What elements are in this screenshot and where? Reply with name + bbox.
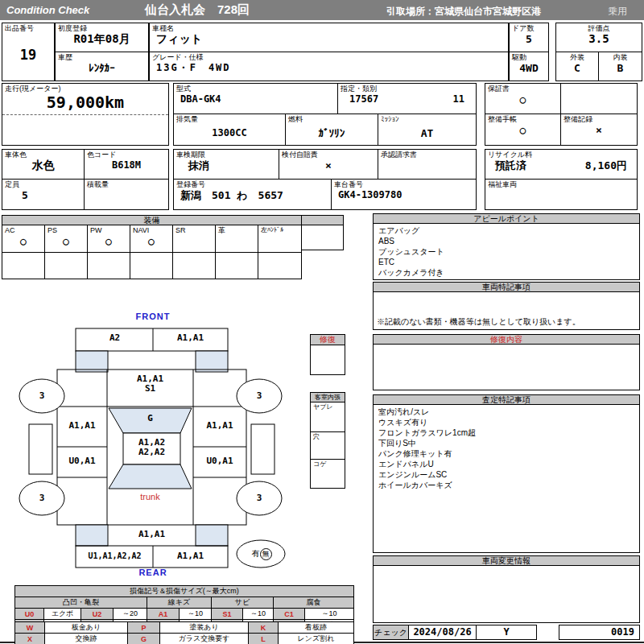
equipment-cell-lhd: 左ﾊﾝﾄﾞﾙ xyxy=(258,225,302,253)
exterior-grade-box: 外装 C xyxy=(555,52,599,81)
mark-roof-line2: A2,A2 xyxy=(123,447,180,457)
model-name-box: 車種名 フィット xyxy=(149,23,509,52)
legend-desc: エクボ xyxy=(44,609,81,620)
doors-value: 5 xyxy=(510,33,548,45)
body-color-value: 水色 xyxy=(2,159,84,171)
mark-front-bumper-right: A1,A1 xyxy=(153,332,228,343)
change-info-body xyxy=(373,565,640,623)
assessment-item: ウスキズ有り xyxy=(378,417,634,427)
mark-front-bumper-left: A2 xyxy=(76,332,153,343)
insurance-label: 検付自賠責 xyxy=(279,150,378,159)
brand-logo: Condition Check xyxy=(6,4,89,16)
diagram-rear-label: REAR xyxy=(105,568,201,578)
vehicle-notes-body: ※記載のない書類・機器等は無しとして取り扱います。 xyxy=(373,291,640,330)
diagram-trunk-label: trunk xyxy=(107,492,193,502)
class-label: 指定・類別 xyxy=(338,84,476,93)
legend-group-corrosion: 腐食 xyxy=(274,597,354,609)
equipment-row2-pw xyxy=(87,252,130,279)
mark-hood-line2: S1 xyxy=(107,383,193,394)
mark-wheel-front-left: 3 xyxy=(31,390,53,401)
welfare-vehicle-label: 福祉車両 xyxy=(485,180,637,189)
class-value-2: 11 xyxy=(453,93,464,105)
score-box: 評価点 3.5 xyxy=(555,23,642,52)
spare-has-label: 有 xyxy=(252,549,260,558)
equipment-cell-ac: AC ○ xyxy=(2,225,45,253)
inspection-value: 抹消 xyxy=(174,159,279,171)
mileage-value: 59,000km xyxy=(2,93,168,115)
equipment-label-ac: AC xyxy=(2,225,44,235)
pickup-location: 引取場所：宮城県仙台市宮城野区港 xyxy=(386,5,541,19)
insurance-box: 検付自賠責 × xyxy=(279,149,378,180)
check-date-cell: 2024/08/26 xyxy=(408,625,477,640)
equipment-value-pw: ○ xyxy=(88,235,130,247)
legend-desc-p: 塗装あり xyxy=(160,622,249,634)
exterior-grade-value: C xyxy=(556,62,598,74)
equipment-label-leather: 革 xyxy=(216,225,258,235)
repair-mini-title: 修復 xyxy=(310,334,345,345)
chassis-number-value: GK4-1309780 xyxy=(332,189,476,201)
drive-value: 4WD xyxy=(510,62,548,74)
maintenance-book-label: 整備手帳 xyxy=(485,114,560,124)
equipment-row2-ac xyxy=(2,252,45,279)
assessment-item: 室内汚れ/スレ xyxy=(378,407,634,417)
assessment-item: フロントガラスワレ1cm超 xyxy=(378,427,634,438)
fuel-label: 燃料 xyxy=(286,114,378,124)
model-name-value: フィット xyxy=(150,33,508,45)
mark-quarter-right: U0,A1 xyxy=(193,456,246,466)
warranty-extra-box xyxy=(560,83,638,114)
equipment-row2-ps xyxy=(44,252,88,279)
mark-door-right: A1,A1 xyxy=(193,420,246,431)
maintenance-book-box: 整備手帳 ○ xyxy=(485,114,561,146)
legend-desc-x: 交換跡 xyxy=(45,634,128,644)
history-label: 車歴 xyxy=(56,52,148,62)
assessment-body: 室内汚れ/スレ ウスキズ有り フロントガラスワレ1cm超 下回りS中 パンク修理… xyxy=(373,404,640,553)
mark-wheel-front-right: 3 xyxy=(248,390,270,401)
model-code-box: 型式 DBA-GK4 xyxy=(173,83,338,114)
mark-rear-bumper-left: U1,A1,A2,A2 xyxy=(76,551,153,561)
inspection-box: 車検期限 抹消 xyxy=(173,149,279,180)
cabin-lining-burn-cell: コゲ xyxy=(310,459,345,489)
interior-grade-value: B xyxy=(599,62,642,74)
equipment-row2-lhd xyxy=(258,252,302,279)
legend-group-scratch: 線キズ xyxy=(147,597,212,609)
model-code-label: 型式 xyxy=(174,84,337,93)
interior-grade-label: 内装 xyxy=(599,52,642,62)
load-box: 積載量 xyxy=(84,179,169,210)
legend-code-w: W xyxy=(15,622,45,634)
color-code-box: 色コード B618M xyxy=(84,149,169,180)
mark-windshield: G xyxy=(107,413,193,423)
fuel-value: ｶﾞｿﾘﾝ xyxy=(286,127,378,139)
maintenance-record-box: 整備記録 × xyxy=(560,114,638,146)
grade-box: グレード・仕様 13G・F 4WD xyxy=(149,52,509,81)
chassis-number-label: 車台番号 xyxy=(332,180,476,189)
color-code-label: 色コード xyxy=(85,150,168,159)
color-code-value: B618M xyxy=(85,159,168,171)
mark-rear-bumper-right: A1,A1 xyxy=(153,551,228,561)
equipment-cell-navi: NAVI ○ xyxy=(130,225,173,253)
equipment-label-pw: PW xyxy=(88,225,130,235)
mark-quarter-left: U0,A1 xyxy=(57,456,107,466)
equipment-value-navi: ○ xyxy=(130,235,172,247)
mileage-box: 走行(現メーター) 59,000km xyxy=(2,83,169,146)
drive-box: 駆動 4WD xyxy=(509,52,549,81)
transmission-box: ﾐｯｼｮﾝ AT xyxy=(378,114,477,146)
assessment-item: パンク修理キット有 xyxy=(378,448,634,459)
recycle-fee-box: リサイクル料 預託済 8,160円 xyxy=(485,149,638,180)
equipment-cell-pw: PW ○ xyxy=(87,225,130,253)
appeal-body: エアバッグ ABS プッシュスタート ETC バックカメラ付き xyxy=(373,223,640,280)
class-value-1: 17567 xyxy=(349,93,378,105)
model-name-label: 車種名 xyxy=(150,23,508,33)
cabin-lining-hole-label: 穴 xyxy=(311,432,345,442)
legend-group-rust: サビ xyxy=(212,597,274,609)
lot-number-value: 19 xyxy=(2,47,54,63)
legend-code: A1 xyxy=(147,609,180,620)
equipment-cell-leather: 革 xyxy=(215,225,258,253)
equipment-row2-navi xyxy=(130,252,173,279)
legend-code: C1 xyxy=(274,609,305,620)
recycle-fee-value: 8,160円 xyxy=(585,159,627,171)
legend-title: 損傷記号＆損傷サイズ(～最大cm) xyxy=(15,586,354,597)
repair-legend-table: W 板金あり P 塗装あり K 看板跡 X 交換跡 G ガラス交換要す L レン… xyxy=(14,621,354,644)
check-number-cell: 0019 xyxy=(559,625,640,640)
legend-code-x: X xyxy=(15,634,45,644)
repair-detail-body xyxy=(373,344,640,390)
